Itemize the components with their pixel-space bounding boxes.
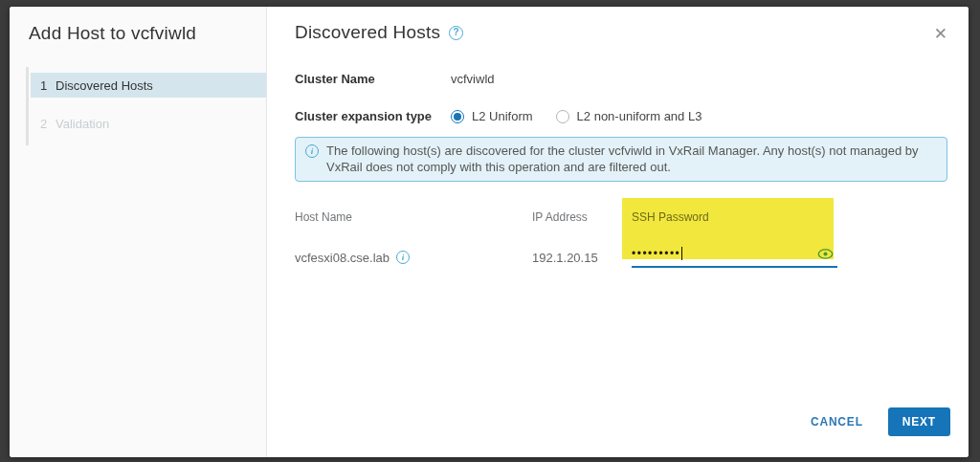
radio-label: L2 non-uniform and L3 xyxy=(577,109,702,123)
step-number: 1 xyxy=(40,78,56,93)
add-host-dialog: Add Host to vcfviwld 1 Discovered Hosts … xyxy=(10,7,969,457)
dialog-footer: CANCEL NEXT xyxy=(805,407,950,436)
expansion-type-row: Cluster expansion type L2 Uniform L2 non… xyxy=(295,109,947,123)
table-row-ssh-password: ••••••••• xyxy=(632,241,947,268)
cancel-button[interactable]: CANCEL xyxy=(805,414,869,429)
step-label: Discovered Hosts xyxy=(56,78,153,93)
radio-unselected-icon[interactable] xyxy=(556,110,569,123)
wizard-main-panel: Discovered Hosts ? ✕ Cluster Name vcfviw… xyxy=(267,7,969,457)
col-header-host-name: Host Name xyxy=(295,210,532,224)
radio-label: L2 Uniform xyxy=(472,109,533,123)
cluster-name-row: Cluster Name vcfviwld xyxy=(295,72,947,86)
expansion-type-label: Cluster expansion type xyxy=(295,109,451,123)
radio-l2-non-uniform[interactable]: L2 non-uniform and L3 xyxy=(556,109,702,123)
info-banner: i The following host(s) are discovered f… xyxy=(295,137,947,182)
step-discovered-hosts[interactable]: 1 Discovered Hosts xyxy=(31,73,266,98)
host-name-value: vcfesxi08.cse.lab xyxy=(295,251,390,265)
help-question-icon[interactable]: ? xyxy=(449,26,463,40)
ip-address-value: 192.1.20.15 xyxy=(532,251,598,265)
cluster-name-value: vcfviwld xyxy=(451,72,495,86)
cluster-name-label: Cluster Name xyxy=(295,72,451,86)
close-icon[interactable]: ✕ xyxy=(932,24,949,44)
info-banner-text: The following host(s) are discovered for… xyxy=(326,143,935,175)
step-number: 2 xyxy=(40,117,56,131)
text-cursor xyxy=(681,247,682,260)
expansion-radio-group: L2 Uniform L2 non-uniform and L3 xyxy=(451,109,702,123)
col-header-ssh-password: SSH Password xyxy=(632,210,947,224)
table-row-ip-address: 192.1.20.15 xyxy=(532,247,632,268)
radio-selected-icon[interactable] xyxy=(451,110,464,123)
wizard-steps: 1 Discovered Hosts 2 Validation xyxy=(10,73,266,136)
step-label: Validation xyxy=(56,117,109,131)
next-button[interactable]: NEXT xyxy=(888,407,950,436)
wizard-sidebar: Add Host to vcfviwld 1 Discovered Hosts … xyxy=(10,7,267,457)
page-title: Discovered Hosts xyxy=(295,22,440,43)
discovered-hosts-table: Host Name IP Address SSH Password vcfesx… xyxy=(295,210,947,268)
dialog-title: Add Host to vcfviwld xyxy=(10,7,266,44)
show-password-eye-icon[interactable] xyxy=(817,249,834,259)
host-info-icon[interactable]: i xyxy=(396,251,410,264)
info-circle-icon: i xyxy=(305,144,319,158)
radio-l2-uniform[interactable]: L2 Uniform xyxy=(451,109,533,123)
page-header: Discovered Hosts ? xyxy=(295,21,947,44)
ssh-password-input[interactable]: ••••••••• xyxy=(632,241,837,268)
table-row-host-name: vcfesxi08.cse.lab i xyxy=(295,247,532,268)
col-header-ip-address: IP Address xyxy=(532,210,632,224)
ssh-password-masked-value: ••••••••• xyxy=(632,248,680,259)
step-validation[interactable]: 2 Validation xyxy=(31,111,266,136)
steps-rail xyxy=(26,67,29,145)
